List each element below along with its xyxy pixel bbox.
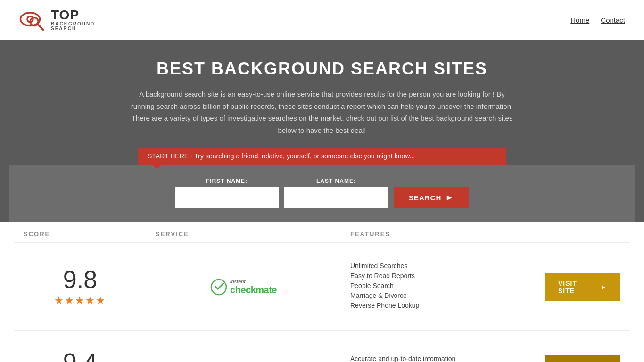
first-name-input[interactable] (175, 187, 279, 208)
last-name-input[interactable] (284, 187, 388, 208)
banner-text: START HERE - Try searching a friend, rel… (148, 152, 415, 160)
search-form-container: FIRST NAME: LAST NAME: SEARCH ► (9, 165, 635, 222)
visit-label-1: VISIT SITE (558, 280, 595, 295)
search-form: FIRST NAME: LAST NAME: SEARCH ► (19, 178, 625, 208)
list-item: People Search (350, 282, 526, 289)
features-list-1: Unlimited Searches Easy to Read Reports … (350, 262, 526, 309)
nav-contact[interactable]: Contact (601, 16, 625, 24)
first-name-label: FIRST NAME: (175, 178, 279, 184)
col-header-features: FEATURES (341, 230, 536, 238)
table-row: 9.8 ★★★★★ instant checkmate Unlimited (14, 243, 630, 331)
visit-cell-2: VISIT SITE ► (536, 346, 630, 362)
search-button-label: SEARCH (409, 194, 441, 202)
logo-bottom: BACKGROUNDSEARCH (51, 22, 95, 31)
logo-icon (19, 7, 47, 33)
visit-site-button-2[interactable]: VISIT SITE ► (545, 355, 620, 362)
score-number-2: 9.4 (63, 350, 97, 362)
search-banner: START HERE - Try searching a friend, rel… (138, 148, 506, 165)
visit-cell-1: VISIT SITE ► (536, 263, 630, 311)
score-number-1: 9.8 (63, 267, 97, 292)
logo-text: TOP BACKGROUNDSEARCH (51, 8, 95, 31)
instantcheckmate-logo: instant checkmate (210, 279, 277, 296)
list-item: Easy to Read Reports (350, 272, 526, 280)
first-name-group: FIRST NAME: (175, 178, 279, 208)
logo-instant: instant (230, 279, 277, 284)
service-cell-1: instant checkmate (146, 269, 341, 305)
list-item: Marriage & Divorce (350, 292, 526, 299)
svg-line-3 (37, 24, 43, 30)
list-item: Unlimited Searches (350, 262, 526, 270)
nav-home[interactable]: Home (570, 16, 589, 24)
col-header-score: SCORE (14, 230, 146, 238)
logo: TOP BACKGROUNDSEARCH (19, 7, 95, 33)
features-list-2: Accurate and up-to-date information Unli… (350, 355, 526, 362)
logo-checkmate: checkmate (230, 285, 277, 295)
last-name-label: LAST NAME: (284, 178, 388, 184)
svg-line-7 (218, 283, 223, 289)
results-table: SCORE SERVICE FEATURES 9.8 ★★★★★ instant… (0, 222, 644, 362)
last-name-group: LAST NAME: (284, 178, 388, 208)
hero-title: BEST BACKGROUND SEARCH SITES (9, 59, 635, 79)
table-header: SCORE SERVICE FEATURES (14, 222, 630, 243)
main-nav: Home Contact (570, 16, 625, 24)
list-item: Reverse Phone Lookup (350, 302, 526, 309)
service-cell-2: Peoplelooker (146, 353, 341, 362)
table-row: 9.4 ★★★★★ Peoplelooker Accurate and up-t… (14, 331, 630, 362)
search-arrow-icon: ► (445, 193, 454, 203)
score-cell-1: 9.8 ★★★★★ (14, 258, 146, 316)
col-header-service: SERVICE (146, 230, 341, 238)
stars-1: ★★★★★ (54, 295, 106, 307)
site-header: TOP BACKGROUNDSEARCH Home Contact (0, 0, 644, 40)
search-button[interactable]: SEARCH ► (394, 187, 469, 208)
col-header-action (536, 230, 630, 238)
visit-arrow-icon-1: ► (600, 283, 607, 291)
logo-top: TOP (51, 8, 95, 22)
list-item: Accurate and up-to-date information (350, 355, 526, 362)
hero-description: A background search site is an easy-to-u… (129, 88, 515, 136)
score-cell-2: 9.4 ★★★★★ (14, 340, 146, 362)
checkmate-icon (210, 279, 227, 296)
features-cell-1: Unlimited Searches Easy to Read Reports … (341, 253, 536, 321)
features-cell-2: Accurate and up-to-date information Unli… (341, 346, 536, 362)
hero-section: BEST BACKGROUND SEARCH SITES A backgroun… (0, 40, 644, 222)
visit-site-button-1[interactable]: VISIT SITE ► (545, 273, 620, 301)
